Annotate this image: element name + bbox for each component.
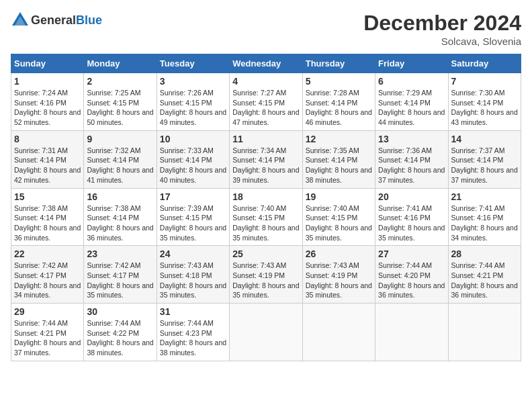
calendar-cell: 23Sunrise: 7:42 AM Sunset: 4:17 PM Dayli… <box>84 246 157 304</box>
day-info: Sunrise: 7:43 AM Sunset: 4:18 PM Dayligh… <box>160 261 226 300</box>
day-info: Sunrise: 7:29 AM Sunset: 4:14 PM Dayligh… <box>378 88 445 128</box>
calendar-cell <box>375 304 448 361</box>
weekday-tuesday: Tuesday <box>157 54 229 73</box>
day-number: 4 <box>232 76 299 87</box>
day-info: Sunrise: 7:27 AM Sunset: 4:15 PM Dayligh… <box>232 88 299 128</box>
day-info: Sunrise: 7:40 AM Sunset: 4:15 PM Dayligh… <box>306 203 372 243</box>
calendar-cell: 13Sunrise: 7:36 AM Sunset: 4:14 PM Dayli… <box>375 130 448 188</box>
day-info: Sunrise: 7:44 AM Sunset: 4:22 PM Dayligh… <box>87 318 153 358</box>
calendar-cell: 14Sunrise: 7:37 AM Sunset: 4:14 PM Dayli… <box>448 130 521 188</box>
day-number: 21 <box>451 191 518 202</box>
day-info: Sunrise: 7:38 AM Sunset: 4:14 PM Dayligh… <box>14 203 81 243</box>
day-info: Sunrise: 7:41 AM Sunset: 4:16 PM Dayligh… <box>378 203 445 243</box>
day-info: Sunrise: 7:43 AM Sunset: 4:19 PM Dayligh… <box>232 261 299 300</box>
day-number: 27 <box>378 248 445 259</box>
day-number: 5 <box>306 76 372 87</box>
calendar-cell: 15Sunrise: 7:38 AM Sunset: 4:14 PM Dayli… <box>11 188 84 246</box>
day-number: 1 <box>14 76 81 87</box>
day-info: Sunrise: 7:44 AM Sunset: 4:23 PM Dayligh… <box>160 318 226 358</box>
day-number: 12 <box>306 134 372 144</box>
day-number: 19 <box>306 191 372 202</box>
day-number: 17 <box>160 191 226 202</box>
calendar-cell: 25Sunrise: 7:43 AM Sunset: 4:19 PM Dayli… <box>230 246 302 304</box>
calendar-cell: 22Sunrise: 7:42 AM Sunset: 4:17 PM Dayli… <box>11 246 84 304</box>
day-number: 9 <box>87 134 153 144</box>
day-info: Sunrise: 7:24 AM Sunset: 4:16 PM Dayligh… <box>14 88 81 128</box>
weekday-wednesday: Wednesday <box>230 54 302 73</box>
day-number: 10 <box>160 134 226 144</box>
weekday-sunday: Sunday <box>11 54 84 73</box>
calendar-cell: 21Sunrise: 7:41 AM Sunset: 4:16 PM Dayli… <box>448 188 521 246</box>
day-number: 26 <box>306 248 372 259</box>
day-info: Sunrise: 7:25 AM Sunset: 4:15 PM Dayligh… <box>87 88 153 128</box>
day-info: Sunrise: 7:42 AM Sunset: 4:17 PM Dayligh… <box>14 261 81 300</box>
calendar-cell: 5Sunrise: 7:28 AM Sunset: 4:14 PM Daylig… <box>302 73 375 131</box>
calendar-cell: 6Sunrise: 7:29 AM Sunset: 4:14 PM Daylig… <box>375 73 448 131</box>
day-number: 6 <box>378 76 445 87</box>
calendar-cell: 29Sunrise: 7:44 AM Sunset: 4:21 PM Dayli… <box>11 304 84 361</box>
day-info: Sunrise: 7:28 AM Sunset: 4:14 PM Dayligh… <box>306 88 372 128</box>
day-info: Sunrise: 7:30 AM Sunset: 4:14 PM Dayligh… <box>451 88 518 128</box>
calendar-cell: 17Sunrise: 7:39 AM Sunset: 4:15 PM Dayli… <box>157 188 229 246</box>
title-block: December 2024 Solcava, Slovenia <box>363 11 521 47</box>
day-number: 30 <box>87 306 153 317</box>
calendar-cell <box>302 304 375 361</box>
calendar-cell: 26Sunrise: 7:43 AM Sunset: 4:19 PM Dayli… <box>302 246 375 304</box>
day-number: 13 <box>378 134 445 144</box>
week-row-5: 29Sunrise: 7:44 AM Sunset: 4:21 PM Dayli… <box>11 304 521 361</box>
calendar-cell: 8Sunrise: 7:31 AM Sunset: 4:14 PM Daylig… <box>11 130 84 188</box>
day-info: Sunrise: 7:34 AM Sunset: 4:14 PM Dayligh… <box>232 146 299 185</box>
day-info: Sunrise: 7:26 AM Sunset: 4:15 PM Dayligh… <box>160 88 226 128</box>
day-info: Sunrise: 7:32 AM Sunset: 4:14 PM Dayligh… <box>87 146 153 185</box>
weekday-monday: Monday <box>84 54 157 73</box>
day-number: 28 <box>451 248 518 259</box>
calendar-cell: 18Sunrise: 7:40 AM Sunset: 4:15 PM Dayli… <box>230 188 302 246</box>
calendar-cell <box>230 304 302 361</box>
calendar-cell: 12Sunrise: 7:35 AM Sunset: 4:14 PM Dayli… <box>302 130 375 188</box>
day-number: 14 <box>451 134 518 144</box>
calendar-cell: 27Sunrise: 7:44 AM Sunset: 4:20 PM Dayli… <box>375 246 448 304</box>
weekday-saturday: Saturday <box>448 54 521 73</box>
day-info: Sunrise: 7:44 AM Sunset: 4:20 PM Dayligh… <box>378 261 445 300</box>
day-info: Sunrise: 7:41 AM Sunset: 4:16 PM Dayligh… <box>451 203 518 243</box>
week-row-4: 22Sunrise: 7:42 AM Sunset: 4:17 PM Dayli… <box>11 246 521 304</box>
logo-general: General <box>31 13 76 27</box>
calendar-cell: 11Sunrise: 7:34 AM Sunset: 4:14 PM Dayli… <box>230 130 302 188</box>
calendar-cell <box>448 304 521 361</box>
week-row-2: 8Sunrise: 7:31 AM Sunset: 4:14 PM Daylig… <box>11 130 521 188</box>
day-number: 16 <box>87 191 153 202</box>
calendar-cell: 4Sunrise: 7:27 AM Sunset: 4:15 PM Daylig… <box>230 73 302 131</box>
calendar-cell: 9Sunrise: 7:32 AM Sunset: 4:14 PM Daylig… <box>84 130 157 188</box>
calendar-cell: 31Sunrise: 7:44 AM Sunset: 4:23 PM Dayli… <box>157 304 229 361</box>
calendar-cell: 2Sunrise: 7:25 AM Sunset: 4:15 PM Daylig… <box>84 73 157 131</box>
calendar-cell: 3Sunrise: 7:26 AM Sunset: 4:15 PM Daylig… <box>157 73 229 131</box>
day-number: 8 <box>14 134 81 144</box>
day-number: 23 <box>87 248 153 259</box>
day-number: 11 <box>232 134 299 144</box>
day-info: Sunrise: 7:39 AM Sunset: 4:15 PM Dayligh… <box>160 203 226 243</box>
logo-icon <box>11 11 30 30</box>
day-info: Sunrise: 7:37 AM Sunset: 4:14 PM Dayligh… <box>451 146 518 185</box>
day-number: 24 <box>160 248 226 259</box>
day-info: Sunrise: 7:44 AM Sunset: 4:21 PM Dayligh… <box>14 318 81 358</box>
day-number: 25 <box>232 248 299 259</box>
day-number: 22 <box>14 248 81 259</box>
logo-blue: Blue <box>76 13 102 27</box>
day-number: 18 <box>232 191 299 202</box>
day-info: Sunrise: 7:33 AM Sunset: 4:14 PM Dayligh… <box>160 146 226 185</box>
week-row-1: 1Sunrise: 7:24 AM Sunset: 4:16 PM Daylig… <box>11 73 521 131</box>
calendar-cell: 24Sunrise: 7:43 AM Sunset: 4:18 PM Dayli… <box>157 246 229 304</box>
weekday-friday: Friday <box>375 54 448 73</box>
page-header: GeneralBlue December 2024 Solcava, Slove… <box>11 11 521 47</box>
calendar-cell: 20Sunrise: 7:41 AM Sunset: 4:16 PM Dayli… <box>375 188 448 246</box>
day-info: Sunrise: 7:40 AM Sunset: 4:15 PM Dayligh… <box>232 203 299 243</box>
day-info: Sunrise: 7:42 AM Sunset: 4:17 PM Dayligh… <box>87 261 153 300</box>
weekday-header-row: SundayMondayTuesdayWednesdayThursdayFrid… <box>11 54 521 73</box>
calendar-cell: 7Sunrise: 7:30 AM Sunset: 4:14 PM Daylig… <box>448 73 521 131</box>
weekday-thursday: Thursday <box>302 54 375 73</box>
calendar-cell: 10Sunrise: 7:33 AM Sunset: 4:14 PM Dayli… <box>157 130 229 188</box>
calendar-cell: 28Sunrise: 7:44 AM Sunset: 4:21 PM Dayli… <box>448 246 521 304</box>
day-number: 31 <box>160 306 226 317</box>
day-number: 2 <box>87 76 153 87</box>
calendar-cell: 1Sunrise: 7:24 AM Sunset: 4:16 PM Daylig… <box>11 73 84 131</box>
